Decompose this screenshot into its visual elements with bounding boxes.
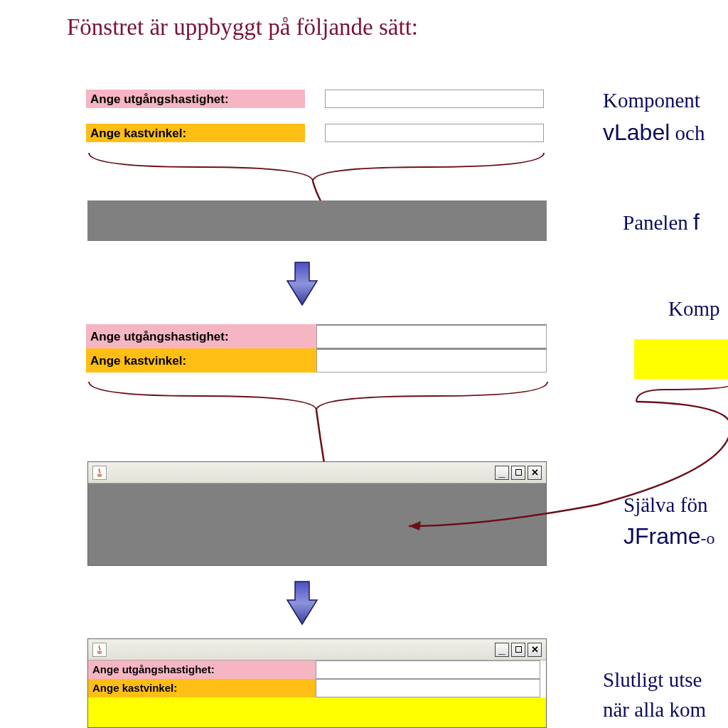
jframe-final: _ ✕ Ange utgångshastighet: Ange kastvink… — [87, 638, 547, 728]
code-vlabel: vLabel — [603, 119, 670, 145]
text-komponent: Komponent — [603, 89, 700, 112]
text-sjalva: Själva fön — [623, 493, 707, 517]
yellow-box-right — [634, 339, 728, 379]
input-angle-3 — [316, 679, 540, 697]
input-angle-2 — [316, 348, 547, 373]
label-speed-2: Ange utgångshastighet: — [86, 324, 316, 348]
label-angle-2: Ange kastvinkel: — [86, 348, 316, 373]
text-nar-alla: när alla kom — [603, 698, 706, 722]
text-slutligt: Slutligt utse — [603, 668, 702, 692]
svg-marker-3 — [409, 521, 421, 530]
input-angle-placeholder — [325, 124, 544, 142]
close-button-2[interactable]: ✕ — [528, 643, 542, 657]
text-jframe-line: JFrame-o — [623, 523, 714, 550]
label-angle-3: Ange kastvinkel: — [88, 679, 316, 697]
text-vlabel-line: vLabel och — [603, 119, 705, 146]
input-speed-placeholder — [325, 90, 544, 108]
panel-grey — [87, 200, 547, 241]
minimize-button-2[interactable]: _ — [495, 643, 509, 657]
java-icon — [92, 466, 107, 480]
down-arrow-icon-2 — [284, 579, 320, 628]
page-title: Fönstret är uppbyggt på följande sätt: — [67, 14, 418, 41]
titlebar-2: _ ✕ — [88, 639, 546, 660]
input-speed-3 — [316, 660, 540, 679]
label-speed-3: Ange utgångshastighet: — [88, 660, 316, 679]
stage-panel-filled: Ange utgångshastighet: Ange kastvinkel: — [86, 324, 547, 373]
input-speed-2 — [316, 324, 547, 348]
java-icon-2 — [92, 643, 107, 657]
text-panelen: Panelen f — [623, 209, 700, 235]
svg-marker-1 — [287, 262, 317, 305]
label-speed: Ange utgångshastighet: — [86, 90, 305, 108]
code-jframe: JFrame — [623, 523, 700, 549]
yellow-drawing-area — [88, 697, 546, 727]
text-komp: Komp — [668, 297, 720, 321]
maximize-button-2[interactable] — [511, 643, 525, 657]
label-angle: Ange kastvinkel: — [86, 124, 305, 142]
stage-components: Ange utgångshastighet: Ange kastvinkel: — [86, 90, 544, 142]
down-arrow-icon — [284, 259, 320, 309]
svg-marker-4 — [287, 582, 317, 624]
